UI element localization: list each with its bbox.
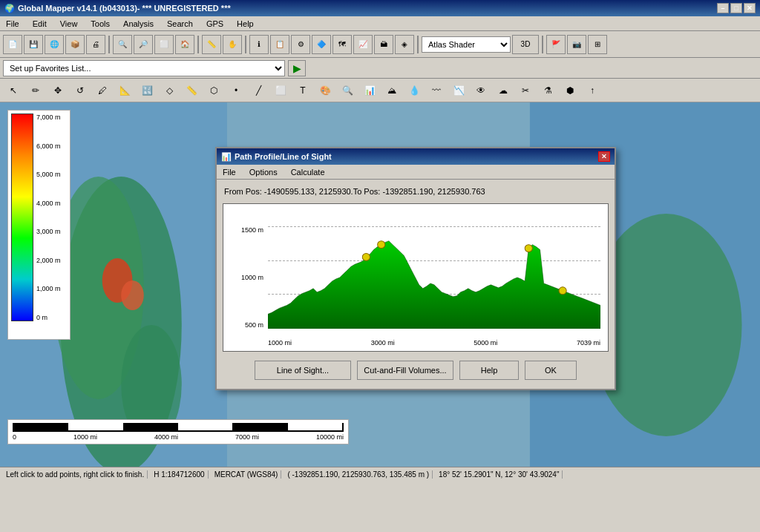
favorites-dropdown[interactable]: Set up Favorites List... bbox=[3, 60, 285, 76]
slope-tool[interactable]: ⛰ bbox=[381, 81, 402, 100]
title-bar-controls: – □ ✕ bbox=[717, 3, 756, 13]
arrow-up-tool[interactable]: ↑ bbox=[582, 81, 603, 100]
menu-tools[interactable]: Tools bbox=[88, 19, 113, 29]
x-7039: 7039 mi bbox=[577, 339, 600, 347]
menu-gps[interactable]: GPS bbox=[203, 19, 226, 29]
elev-3000: 3,000 m bbox=[36, 228, 61, 235]
shadow-tool[interactable]: ☁ bbox=[493, 81, 514, 100]
status-coordinates: ( -1392851.190, 2125930.763, 135.485 m ) bbox=[284, 470, 433, 479]
zoom-in-btn[interactable]: 🔍 bbox=[113, 35, 132, 54]
profile-tool[interactable]: 📉 bbox=[448, 81, 469, 100]
info-btn[interactable]: ℹ bbox=[249, 35, 269, 54]
menu-analysis[interactable]: Analysis bbox=[120, 19, 157, 29]
draw-point-tool[interactable]: • bbox=[226, 81, 246, 100]
dialog-buttons: Line of Sight... Cut-and-Fill Volumes...… bbox=[223, 358, 609, 383]
analysis-tool[interactable]: 📊 bbox=[359, 81, 380, 100]
map-area[interactable]: 7,000 m 6,000 m 5,000 m 4,000 m 3,000 m … bbox=[0, 102, 760, 467]
menu-view[interactable]: View bbox=[57, 19, 81, 29]
edit-tool[interactable]: ✏ bbox=[25, 81, 46, 100]
grid-btn[interactable]: ⊞ bbox=[588, 35, 607, 54]
path-btn[interactable]: 📈 bbox=[353, 35, 373, 54]
config-btn[interactable]: ⚙ bbox=[291, 35, 310, 54]
text-tool[interactable]: T bbox=[292, 81, 313, 100]
layers-btn[interactable]: 📋 bbox=[270, 35, 289, 54]
select-tool[interactable]: ↖ bbox=[3, 81, 24, 100]
menu-search[interactable]: Search bbox=[164, 19, 196, 29]
y-1000: 1000 m bbox=[241, 274, 263, 281]
new-btn[interactable]: 📄 bbox=[3, 35, 22, 54]
status-h-label: H bbox=[154, 470, 159, 479]
lidar2-tool[interactable]: ⬢ bbox=[560, 81, 580, 100]
y-500: 500 m bbox=[245, 321, 263, 329]
dialog-body: From Pos: -1490595.133, 2125930.To Pos: … bbox=[217, 180, 615, 389]
measure-line-tool[interactable]: 📏 bbox=[181, 81, 202, 100]
capture-btn[interactable]: 📷 bbox=[567, 35, 586, 54]
pan-btn[interactable]: 🏠 bbox=[175, 35, 194, 54]
cad-tool[interactable]: 📐 bbox=[114, 81, 135, 100]
measure-btn[interactable]: 📏 bbox=[202, 35, 221, 54]
flag-btn[interactable]: 🚩 bbox=[546, 35, 566, 54]
zoom-box-btn[interactable]: ⬜ bbox=[154, 35, 174, 54]
elev-6000: 6,000 m bbox=[36, 142, 61, 150]
title-bar-left: 🌍 Global Mapper v14.1 (b043013)- *** UNR… bbox=[4, 4, 231, 13]
status-instruction: Left click to add points, right click to… bbox=[3, 470, 148, 479]
crop-tool[interactable]: ✂ bbox=[515, 81, 536, 100]
lidar-tool[interactable]: ⬡ bbox=[203, 81, 224, 100]
scatter-btn[interactable]: ◈ bbox=[395, 35, 414, 54]
attribute-tool[interactable]: 🔣 bbox=[137, 81, 157, 100]
hand-btn[interactable]: ✋ bbox=[223, 35, 242, 54]
status-bar: Left click to add points, right click to… bbox=[0, 467, 760, 482]
help-button[interactable]: Help bbox=[459, 361, 519, 380]
play-button[interactable]: ▶ bbox=[288, 60, 306, 76]
dialog-close-button[interactable]: ✕ bbox=[598, 151, 610, 162]
scale-label-1000: 1000 mi bbox=[73, 433, 97, 441]
open-btn[interactable]: 💾 bbox=[24, 35, 43, 54]
scale-label-0: 0 bbox=[13, 433, 16, 441]
app-icon: 🌍 bbox=[4, 4, 15, 13]
close-button[interactable]: ✕ bbox=[744, 3, 756, 13]
scale-label-10000: 10000 mi bbox=[316, 433, 344, 441]
dialog-menu-file[interactable]: File bbox=[220, 167, 239, 177]
dialog-menu-calculate[interactable]: Calculate bbox=[288, 167, 328, 177]
print-btn[interactable]: 🖨 bbox=[86, 35, 105, 54]
scale-seg-3 bbox=[124, 423, 178, 430]
draw-area-tool[interactable]: ⬜ bbox=[270, 81, 291, 100]
ok-button[interactable]: OK bbox=[525, 361, 577, 380]
maximize-button[interactable]: □ bbox=[730, 3, 742, 13]
terrain-btn[interactable]: 🏔 bbox=[374, 35, 393, 54]
vertex-tool[interactable]: ◇ bbox=[159, 81, 180, 100]
3d-btn[interactable]: 3D bbox=[512, 35, 539, 54]
menu-file[interactable]: File bbox=[3, 19, 22, 29]
favorites-bar: Set up Favorites List... ▶ bbox=[0, 58, 760, 79]
menu-edit[interactable]: Edit bbox=[30, 19, 50, 29]
y-axis-labels: 1500 m 1000 m 500 m bbox=[223, 226, 266, 329]
zoom-out-btn[interactable]: 🔎 bbox=[134, 35, 153, 54]
dialog-menu-options[interactable]: Options bbox=[246, 167, 281, 177]
minimize-button[interactable]: – bbox=[717, 3, 729, 13]
sep3 bbox=[245, 36, 246, 53]
legend-panel: 7,000 m 6,000 m 5,000 m 4,000 m 3,000 m … bbox=[7, 110, 71, 340]
search-btn[interactable]: 🔍 bbox=[337, 81, 358, 100]
line-of-sight-button[interactable]: Line of Sight... bbox=[255, 361, 351, 380]
map-btn[interactable]: 🗺 bbox=[332, 35, 352, 54]
menu-help[interactable]: Help bbox=[234, 19, 257, 29]
tools-bar: ↖ ✏ ✥ ↺ 🖊 📐 🔣 ◇ 📏 ⬡ • ╱ ⬜ T 🎨 🔍 📊 ⛰ 💧 〰 … bbox=[0, 79, 760, 102]
x-3000: 3000 mi bbox=[371, 339, 395, 347]
color-pick-tool[interactable]: 🎨 bbox=[315, 81, 335, 100]
digitize-tool[interactable]: 🖊 bbox=[92, 81, 113, 100]
rotate-tool[interactable]: ↺ bbox=[70, 81, 91, 100]
web-btn[interactable]: 🌐 bbox=[45, 35, 64, 54]
shader-dropdown[interactable]: Atlas Shader bbox=[422, 36, 511, 53]
dialog-titlebar-left: 📊 Path Profile/Line of Sight bbox=[221, 152, 332, 162]
move-tool[interactable]: ✥ bbox=[48, 81, 68, 100]
contour-tool[interactable]: 〰 bbox=[426, 81, 447, 100]
elev-1000: 1,000 m bbox=[36, 285, 61, 292]
path-profile-dialog[interactable]: 📊 Path Profile/Line of Sight ✕ File Opti… bbox=[215, 147, 616, 390]
cut-fill-button[interactable]: Cut-and-Fill Volumes... bbox=[357, 361, 453, 380]
feature-btn[interactable]: 🔷 bbox=[312, 35, 331, 54]
sight-tool[interactable]: 👁 bbox=[471, 81, 491, 100]
export-btn[interactable]: 📦 bbox=[65, 35, 85, 54]
watershed-tool[interactable]: 💧 bbox=[404, 81, 425, 100]
draw-line-tool[interactable]: ╱ bbox=[248, 81, 269, 100]
filter-tool[interactable]: ⚗ bbox=[537, 81, 558, 100]
